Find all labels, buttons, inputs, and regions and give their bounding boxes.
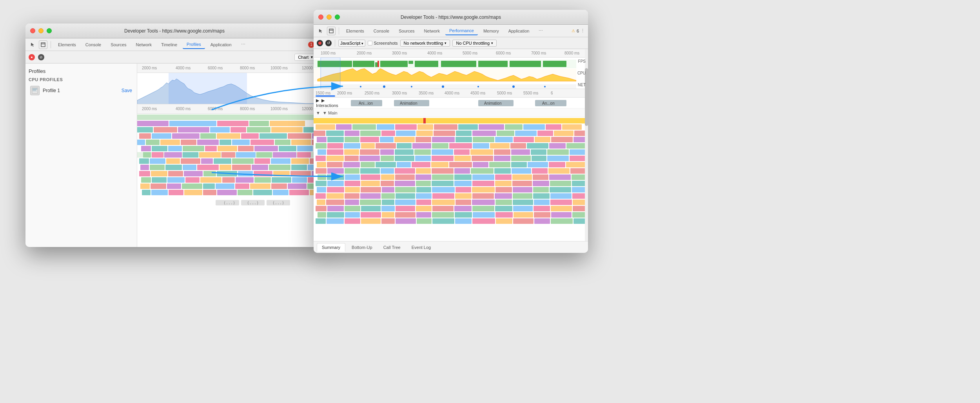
dock-icon-1[interactable] (39, 40, 47, 49)
minimize-button-2[interactable] (327, 15, 332, 20)
event-log-tab[interactable]: Event Log (407, 243, 436, 251)
svg-rect-15 (178, 127, 209, 133)
minimize-button-1[interactable] (38, 28, 44, 33)
svg-rect-262 (449, 162, 472, 167)
cursor-icon-1[interactable] (29, 40, 37, 49)
screenshots-checkbox[interactable]: Screenshots (368, 41, 397, 45)
js-select[interactable]: JavaScript ▾ (338, 40, 365, 47)
dock-icon-2[interactable] (327, 27, 336, 35)
timeline-ruler-2: 2000 ms 4000 ms 6000 ms 8000 ms 10000 ms… (137, 104, 323, 114)
close-button-2[interactable] (318, 15, 323, 20)
svg-rect-347 (360, 200, 381, 205)
profile-item-1[interactable]: Profile 1 Save (29, 84, 134, 98)
svg-rect-209 (316, 143, 327, 149)
svg-rect-49 (279, 146, 296, 151)
tab-network-1[interactable]: Network (132, 41, 156, 49)
svg-rect-255 (327, 162, 343, 167)
tab-more-2[interactable]: ⋯ (535, 27, 547, 35)
tab-timeline-1[interactable]: Timeline (157, 41, 181, 49)
network-throttle-btn[interactable]: No network throttling ▾ (400, 40, 450, 47)
cpu-chart-svg (137, 73, 323, 104)
svg-rect-37 (250, 140, 274, 145)
record-btn-1[interactable]: ● (29, 54, 35, 60)
stop-btn-1[interactable]: ⊘ (38, 54, 44, 60)
reload-btn[interactable]: ↺ (325, 40, 332, 46)
svg-rect-365 (416, 206, 432, 211)
svg-rect-35 (220, 140, 231, 145)
svg-rect-82 (291, 165, 307, 170)
tab-sources-2[interactable]: Sources (395, 27, 418, 35)
svg-rect-91 (254, 171, 272, 176)
svg-rect-142 (510, 61, 541, 67)
call-tree-tab[interactable]: Call Tree (379, 243, 405, 251)
timeline-ruler-2-perf: 1500 ms 2000 ms 2500 ms 3000 ms 3500 ms … (314, 89, 588, 98)
tab-console-2[interactable]: Console (370, 27, 393, 35)
cursor-icon-2[interactable] (317, 27, 325, 35)
svg-rect-32 (160, 140, 180, 145)
profile-save-btn-1[interactable]: Save (122, 88, 132, 93)
svg-rect-256 (343, 162, 360, 167)
svg-rect-27 (260, 133, 287, 139)
svg-rect-97 (167, 177, 185, 183)
svg-rect-96 (152, 177, 167, 183)
svg-rect-197 (360, 137, 379, 142)
svg-rect-88 (203, 171, 216, 176)
svg-rect-375 (327, 212, 344, 218)
bottom-up-tab[interactable]: Bottom-Up (347, 243, 377, 251)
menu-btn-2[interactable]: ⋮ (581, 28, 585, 33)
svg-rect-164 (314, 118, 588, 123)
tab-elements-1[interactable]: Elements (54, 41, 80, 49)
svg-rect-398 (472, 218, 495, 224)
maximize-button-2[interactable] (335, 15, 340, 20)
svg-rect-92 (273, 171, 290, 176)
tab-network-2[interactable]: Network (420, 27, 444, 35)
tab-elements-2[interactable]: Elements (342, 27, 368, 35)
cpu-throttle-btn[interactable]: No CPU throttling ▾ (452, 40, 497, 47)
perf-tick-3: 3000 ms (392, 51, 407, 55)
tab-more-1[interactable]: ⋯ (237, 40, 249, 49)
tab-profiles-1[interactable]: Profiles (183, 40, 205, 49)
svg-rect-288 (381, 174, 394, 180)
svg-rect-99 (200, 177, 221, 183)
close-button-1[interactable] (30, 28, 35, 33)
svg-rect-284 (318, 174, 326, 180)
tab-application-2[interactable]: Application (505, 27, 534, 35)
tab-application-1[interactable]: Application (207, 41, 236, 49)
svg-rect-120 (184, 190, 202, 195)
vertical-scrollbar[interactable] (585, 49, 588, 241)
scrollbar-thumb[interactable] (585, 68, 588, 126)
svg-rect-337 (455, 193, 472, 199)
svg-rect-71 (291, 158, 309, 164)
tab-performance-2[interactable]: Performance (445, 27, 478, 35)
svg-rect-180 (326, 131, 344, 136)
svg-rect-169 (377, 124, 394, 130)
svg-rect-57 (221, 152, 235, 158)
interactions-label[interactable]: ▶ ▶ Interactions (314, 98, 347, 108)
svg-rect-335 (416, 193, 432, 199)
svg-rect-348 (382, 200, 394, 205)
svg-rect-399 (496, 218, 512, 224)
svg-rect-289 (395, 174, 415, 180)
svg-rect-291 (432, 174, 454, 180)
svg-rect-395 (417, 218, 432, 224)
svg-rect-245 (415, 156, 431, 161)
main-label[interactable]: ▼ ▼ Main (314, 111, 347, 115)
svg-rect-206 (535, 137, 550, 142)
maximize-button-1[interactable] (47, 28, 52, 33)
main-track-header: ▼ ▼ Main (314, 109, 588, 117)
svg-rect-339 (495, 193, 512, 199)
summary-tab[interactable]: Summary (317, 243, 345, 252)
tab-sources-1[interactable]: Sources (107, 41, 130, 49)
svg-rect-76 (183, 165, 196, 170)
record-btn-2[interactable] (317, 40, 323, 46)
svg-rect-50 (297, 146, 313, 151)
svg-rect-36 (232, 140, 250, 145)
svg-rect-259 (397, 162, 411, 167)
svg-rect-54 (164, 152, 182, 158)
traffic-lights-2 (318, 15, 340, 20)
svg-rect-361 (345, 206, 360, 211)
tab-console-1[interactable]: Console (82, 41, 105, 49)
svg-rect-352 (456, 200, 471, 205)
tab-memory-2[interactable]: Memory (479, 27, 503, 35)
svg-rect-23 (172, 133, 200, 139)
